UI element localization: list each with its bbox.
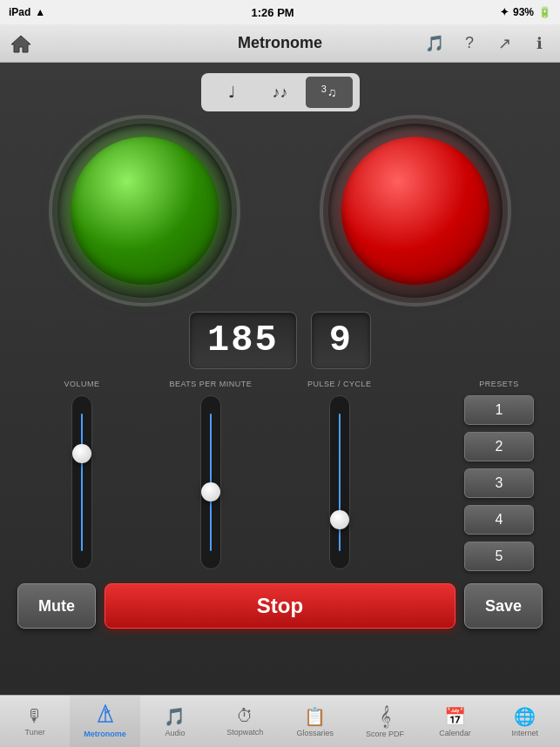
preset-2-button[interactable]: 2 bbox=[464, 432, 534, 461]
battery-level: 93% bbox=[513, 6, 534, 18]
note-selector: ♩ ♪♪ 3♫ bbox=[201, 73, 360, 111]
info-icon[interactable]: ℹ bbox=[527, 31, 551, 56]
red-light bbox=[341, 137, 489, 285]
tab-internet[interactable]: 🌐 Internet bbox=[490, 696, 560, 747]
lights-area bbox=[9, 124, 551, 298]
stopwatch-icon: ⏱ bbox=[236, 706, 253, 726]
battery-icon: 🔋 bbox=[538, 6, 551, 18]
tuner-label: Tuner bbox=[25, 728, 45, 737]
note-triplet-button[interactable]: 3♫ bbox=[306, 77, 353, 108]
preset-1-button[interactable]: 1 bbox=[464, 395, 534, 425]
bpm-slider[interactable] bbox=[200, 395, 221, 569]
green-light-button[interactable] bbox=[57, 124, 232, 298]
clock: 1:26 PM bbox=[252, 6, 294, 19]
volume-slider-col: VOLUME bbox=[17, 380, 146, 571]
calendar-icon: 📅 bbox=[444, 706, 466, 727]
tab-tuner[interactable]: 🎙 Tuner bbox=[0, 696, 70, 747]
bpm-display[interactable]: 185 bbox=[189, 312, 297, 369]
bpm-thumb[interactable] bbox=[201, 482, 220, 501]
internet-icon: 🌐 bbox=[514, 706, 536, 727]
glossaries-label: Glossaries bbox=[296, 729, 334, 737]
glossaries-icon: 📋 bbox=[304, 706, 326, 727]
bpm-slider-label: BEATS PER MINUTE bbox=[169, 380, 252, 388]
pulse-thumb[interactable] bbox=[330, 510, 349, 529]
nav-bar: Metronome 🎵 ? ↗ ℹ bbox=[0, 24, 560, 63]
note-eighth-button[interactable]: ♪♪ bbox=[257, 77, 304, 108]
tab-metronome[interactable]: Metronome bbox=[70, 696, 139, 747]
music-icon[interactable]: 🎵 bbox=[422, 31, 447, 56]
tab-score-pdf[interactable]: 𝄞 Score PDF bbox=[350, 696, 420, 747]
tab-stopwatch[interactable]: ⏱ Stopwatch bbox=[210, 696, 280, 747]
page-title: Metronome bbox=[238, 34, 322, 52]
calendar-label: Calendar bbox=[439, 729, 471, 737]
volume-label: VOLUME bbox=[64, 380, 99, 388]
volume-track bbox=[81, 414, 83, 551]
red-light-button[interactable] bbox=[328, 124, 503, 298]
question-icon[interactable]: ? bbox=[457, 31, 482, 56]
pulse-slider[interactable] bbox=[329, 395, 350, 569]
tab-calendar[interactable]: 📅 Calendar bbox=[420, 696, 489, 747]
metronome-icon bbox=[96, 704, 115, 728]
pulse-slider-col: PULSE / CYCLE bbox=[275, 380, 404, 571]
tuner-icon: 🎙 bbox=[26, 706, 44, 726]
metronome-tab-label: Metronome bbox=[84, 730, 126, 738]
audio-icon: 🎵 bbox=[164, 706, 186, 727]
tab-glossaries[interactable]: 📋 Glossaries bbox=[280, 696, 350, 747]
preset-3-button[interactable]: 3 bbox=[464, 468, 534, 498]
pulse-value: 9 bbox=[329, 320, 353, 361]
device-label: iPad bbox=[9, 6, 30, 18]
share-icon[interactable]: ↗ bbox=[492, 31, 516, 56]
internet-label: Internet bbox=[512, 729, 539, 737]
preset-4-button[interactable]: 4 bbox=[464, 505, 534, 535]
audio-label: Audio bbox=[165, 729, 185, 737]
bpm-slider-col: BEATS PER MINUTE bbox=[146, 380, 275, 571]
preset-buttons: 1 2 3 4 5 bbox=[464, 395, 534, 571]
bpm-value: 185 bbox=[207, 320, 279, 361]
sliders-section: VOLUME BEATS PER MINUTE PULSE / CYCLE bbox=[9, 380, 551, 571]
pulse-slider-label: PULSE / CYCLE bbox=[307, 380, 372, 388]
stop-button[interactable]: Stop bbox=[105, 583, 455, 629]
score-pdf-label: Score PDF bbox=[366, 730, 404, 738]
volume-slider[interactable] bbox=[71, 395, 92, 569]
bluetooth-icon: ✦ bbox=[500, 6, 509, 18]
presets-label: PRESETS bbox=[479, 380, 519, 388]
score-pdf-icon: 𝄞 bbox=[380, 705, 391, 728]
tab-audio[interactable]: 🎵 Audio bbox=[140, 696, 210, 747]
home-button[interactable] bbox=[9, 31, 33, 56]
bottom-buttons: Mute Stop Save bbox=[9, 583, 551, 629]
green-light bbox=[71, 137, 219, 285]
preset-5-button[interactable]: 5 bbox=[464, 542, 534, 571]
tab-bar: 🎙 Tuner Metronome 🎵 Audio ⏱ Stopwatch 📋 … bbox=[0, 695, 560, 747]
tempo-display: 185 9 bbox=[189, 312, 371, 369]
main-content: ♩ ♪♪ 3♫ 185 9 VOLUME bbox=[0, 63, 560, 695]
pulse-display[interactable]: 9 bbox=[311, 312, 371, 369]
presets-col: PRESETS 1 2 3 4 5 bbox=[455, 380, 543, 571]
wifi-icon: ▲ bbox=[35, 6, 45, 18]
stopwatch-label: Stopwatch bbox=[226, 728, 263, 737]
mute-button[interactable]: Mute bbox=[17, 583, 96, 629]
status-bar: iPad ▲ 1:26 PM ✦ 93% 🔋 bbox=[0, 0, 560, 24]
save-button[interactable]: Save bbox=[464, 583, 543, 629]
note-quarter-button[interactable]: ♩ bbox=[208, 77, 255, 108]
volume-thumb[interactable] bbox=[72, 444, 91, 463]
svg-marker-0 bbox=[11, 36, 30, 52]
pulse-track bbox=[339, 414, 341, 551]
